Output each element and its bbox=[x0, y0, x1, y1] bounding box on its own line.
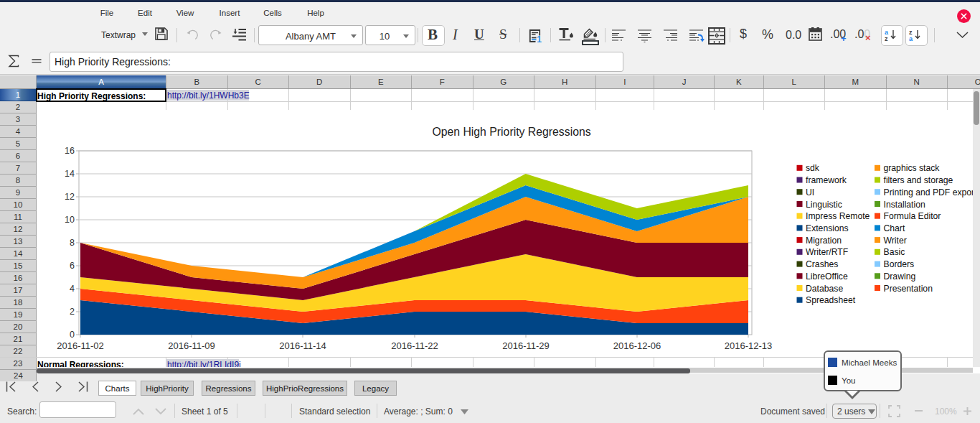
svg-text:Impress Remote: Impress Remote bbox=[806, 211, 870, 221]
svg-text:filters and storage: filters and storage bbox=[884, 175, 953, 185]
svg-text:6: 6 bbox=[70, 261, 75, 271]
svg-text:2016-12-13: 2016-12-13 bbox=[725, 340, 773, 351]
svg-text:Installation: Installation bbox=[884, 200, 925, 210]
svg-text:Chart: Chart bbox=[884, 223, 905, 233]
svg-text:Open High Priority Regressions: Open High Priority Regressions bbox=[432, 126, 590, 138]
svg-text:10: 10 bbox=[65, 215, 75, 225]
svg-text:Extensions: Extensions bbox=[806, 223, 849, 233]
svg-text:Linguistic: Linguistic bbox=[806, 200, 842, 210]
svg-text:2016-11-29: 2016-11-29 bbox=[502, 340, 550, 351]
svg-text:2: 2 bbox=[70, 307, 75, 317]
svg-text:2016-12-06: 2016-12-06 bbox=[613, 340, 661, 351]
svg-text:Writer/RTF: Writer/RTF bbox=[806, 247, 848, 257]
svg-text:4: 4 bbox=[70, 284, 75, 294]
svg-text:12: 12 bbox=[65, 192, 75, 202]
svg-text:Crashes: Crashes bbox=[806, 259, 838, 269]
svg-text:Borders: Borders bbox=[884, 259, 915, 269]
svg-text:LibreOffice: LibreOffice bbox=[806, 271, 848, 282]
svg-text:Database: Database bbox=[806, 284, 843, 294]
svg-text:Formula Editor: Formula Editor bbox=[884, 211, 941, 221]
svg-text:2016-11-14: 2016-11-14 bbox=[279, 340, 326, 351]
svg-text:Drawing: Drawing bbox=[884, 271, 916, 282]
svg-text:Spreadsheet: Spreadsheet bbox=[806, 295, 856, 305]
svg-text:2016-11-09: 2016-11-09 bbox=[168, 340, 215, 351]
svg-text:Writer: Writer bbox=[884, 236, 907, 246]
svg-text:Printing and PDF export: Printing and PDF export bbox=[884, 187, 978, 197]
svg-text:8: 8 bbox=[70, 238, 75, 248]
svg-text:Presentation: Presentation bbox=[884, 284, 933, 294]
svg-text:2016-11-22: 2016-11-22 bbox=[391, 340, 438, 351]
svg-text:Migration: Migration bbox=[806, 236, 842, 246]
svg-text:graphics stack: graphics stack bbox=[884, 163, 941, 173]
svg-text:sdk: sdk bbox=[806, 163, 820, 173]
svg-text:16: 16 bbox=[65, 146, 75, 156]
svg-text:Basic: Basic bbox=[884, 247, 905, 257]
svg-text:2016-11-02: 2016-11-02 bbox=[57, 340, 104, 351]
svg-text:UI: UI bbox=[806, 187, 814, 197]
svg-text:framework: framework bbox=[806, 175, 847, 185]
svg-text:0: 0 bbox=[70, 330, 75, 340]
svg-text:14: 14 bbox=[65, 169, 75, 179]
